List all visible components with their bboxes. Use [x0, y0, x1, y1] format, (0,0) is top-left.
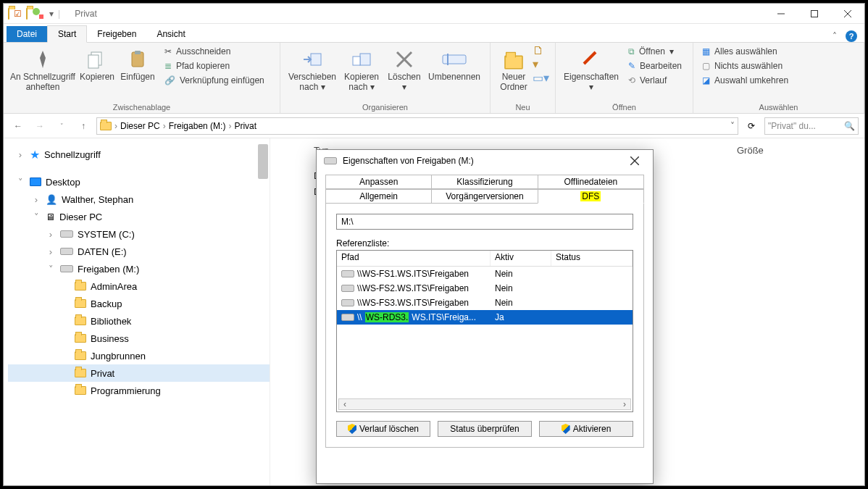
easy-access-icon[interactable]: ▭▾: [533, 71, 549, 85]
group-open-label: Öffnen: [562, 101, 687, 113]
breadcrumb[interactable]: › Dieser PC› Freigaben (M:)› Privat ˅: [96, 117, 738, 135]
pin-quickaccess-button[interactable]: An Schnellzugriff anheften: [9, 44, 76, 92]
open-button[interactable]: ⧉Öffnen ▾: [625, 44, 685, 59]
recent-locations-button[interactable]: ˅: [53, 117, 70, 135]
qat-checkbox-icon[interactable]: ☑: [14, 9, 22, 19]
window-title: Privat: [64, 9, 764, 19]
copy-path-button[interactable]: ≣Pfad kopieren: [162, 59, 267, 73]
reference-list-hscroll[interactable]: ‹ ›: [338, 398, 631, 410]
qat-folder-icon[interactable]: [8, 9, 9, 19]
dialog-tab-vorgaenger[interactable]: Vorgängerversionen: [431, 189, 538, 204]
tab-share[interactable]: Freigeben: [87, 26, 146, 42]
paste-button[interactable]: Einfügen: [118, 44, 157, 82]
reference-list-header[interactable]: Pfad Aktiv Status: [337, 251, 633, 267]
tree-quickaccess[interactable]: ›★Schnellzugriff: [8, 146, 270, 163]
ribbon: An Schnellzugriff anheften Kopieren Einf…: [4, 43, 864, 114]
dialog-titlebar[interactable]: Eigenschaften von Freigaben (M:): [317, 150, 653, 172]
tab-file[interactable]: Datei: [7, 26, 47, 42]
tree-label: Privat: [91, 368, 114, 379]
tree-user[interactable]: ›👤Walther, Stephan: [8, 191, 270, 208]
tree-volume-m[interactable]: ˅Freigaben (M:): [8, 260, 270, 277]
reference-row[interactable]: \\WS-FS2.WS.ITS\FreigabenNein: [337, 281, 633, 296]
dialog-tab-klassifizierung[interactable]: Klassifizierung: [431, 175, 538, 189]
tree-volume-e[interactable]: ›DATEN (E:): [8, 243, 270, 260]
select-all-icon: ▦: [702, 46, 710, 57]
nav-tree[interactable]: ›★Schnellzugriff ˅Desktop ›👤Walther, Ste…: [4, 138, 270, 485]
edit-label: Bearbeiten: [640, 61, 682, 71]
clear-history-button[interactable]: Verlauf löschen: [336, 421, 430, 437]
dialog-close-button[interactable]: [624, 150, 646, 172]
check-status-button[interactable]: Status überprüfen: [438, 421, 532, 437]
new-item-icon[interactable]: 🗋▾: [533, 44, 549, 71]
tab-view[interactable]: Ansicht: [146, 26, 195, 42]
history-button[interactable]: ⟲Verlauf: [625, 73, 685, 88]
close-button[interactable]: [831, 4, 864, 24]
delete-button[interactable]: Löschen ▾: [385, 44, 424, 92]
tree-thispc[interactable]: ˅🖥Dieser PC: [8, 208, 270, 225]
maximize-button[interactable]: [798, 4, 831, 24]
col-status[interactable]: Status: [551, 251, 633, 266]
tree-volume-c[interactable]: ›SYSTEM (C:): [8, 225, 270, 243]
tree-folder[interactable]: Business: [8, 330, 270, 347]
back-button[interactable]: ←: [9, 117, 27, 135]
move-to-button[interactable]: Verschieben nach ▾: [286, 44, 338, 92]
properties-button[interactable]: Eigenschaften ▾: [562, 44, 621, 92]
breadcrumb-part[interactable]: Dieser PC›: [120, 121, 166, 131]
dialog-tab-dfs[interactable]: DFS: [538, 189, 644, 204]
tree-scrollbar[interactable]: [258, 144, 268, 179]
scroll-left-icon[interactable]: ‹: [339, 399, 351, 409]
dialog-tab-anpassen[interactable]: Anpassen: [325, 175, 432, 189]
group-new-label: Neu: [496, 101, 549, 113]
copy-to-button[interactable]: Kopieren nach ▾: [340, 44, 383, 92]
forward-button[interactable]: →: [31, 117, 49, 135]
select-none-button[interactable]: ▢Nichts auswählen: [699, 59, 791, 73]
reference-row[interactable]: \\WS-RDS3.WS.ITS\Freiga...Ja: [337, 310, 633, 325]
edit-button[interactable]: ✎Bearbeiten: [625, 59, 685, 73]
help-icon[interactable]: ?: [846, 30, 857, 42]
copy-button[interactable]: Kopieren: [78, 44, 117, 82]
ref-path-cell: \\WS-RDS3.WS.ITS\Freiga...: [337, 312, 491, 322]
scroll-right-icon[interactable]: ›: [619, 399, 630, 409]
tree-desktop[interactable]: ˅Desktop: [8, 173, 270, 191]
tab-start[interactable]: Start: [47, 25, 87, 43]
invert-selection-button[interactable]: ◪Auswahl umkehren: [699, 73, 791, 88]
dialog-tab-offlinedateien[interactable]: Offlinedateien: [538, 175, 644, 189]
tree-folder[interactable]: Programmierung: [8, 382, 270, 399]
activate-button[interactable]: Aktivieren: [539, 421, 633, 437]
cut-button[interactable]: ✂Ausschneiden: [162, 44, 267, 59]
reference-row[interactable]: \\WS-FS3.WS.ITS\FreigabenNein: [337, 296, 633, 310]
qat-folder2-icon[interactable]: [26, 9, 28, 19]
dialog-tab-allgemein[interactable]: Allgemein: [325, 189, 432, 204]
rename-label: Umbenennen: [425, 72, 483, 82]
tree-folder[interactable]: Bibliothek: [8, 312, 270, 330]
reference-row[interactable]: \\WS-FS1.WS.ITS\FreigabenNein: [337, 267, 633, 281]
search-input[interactable]: "Privat" du... 🔍: [764, 117, 859, 135]
column-size[interactable]: Größe: [737, 145, 764, 156]
refresh-button[interactable]: ⟳: [743, 117, 760, 135]
delete-label: Löschen: [388, 72, 420, 82]
rename-button[interactable]: Umbenennen: [425, 44, 483, 82]
invert-label: Auswahl umkehren: [714, 75, 788, 85]
breadcrumb-dropdown-icon[interactable]: ˅: [730, 121, 735, 131]
col-path[interactable]: Pfad: [337, 251, 491, 266]
tree-folder[interactable]: AdminArea: [8, 277, 270, 295]
qat-new-icon[interactable]: [32, 7, 45, 20]
breadcrumb-part[interactable]: Freigaben (M:)›: [169, 121, 232, 131]
dfs-path-input[interactable]: M:\: [336, 214, 633, 230]
new-folder-button[interactable]: Neuer Ordner: [496, 44, 531, 92]
up-button[interactable]: ↑: [75, 117, 92, 135]
reference-list[interactable]: Pfad Aktiv Status \\WS-FS1.WS.ITS\Freiga…: [336, 250, 633, 412]
minimize-button[interactable]: [764, 4, 798, 24]
folder-icon: [75, 351, 86, 360]
breadcrumb-part[interactable]: Privat: [234, 121, 256, 131]
tree-folder-selected[interactable]: Privat: [8, 364, 270, 382]
paste-link-button[interactable]: 🔗Verknüpfung einfügen: [162, 73, 267, 88]
col-active[interactable]: Aktiv: [491, 251, 551, 266]
select-all-button[interactable]: ▦Alles auswählen: [699, 44, 791, 59]
tree-label: SYSTEM (C:): [78, 229, 135, 240]
tree-folder[interactable]: Backup: [8, 295, 270, 312]
copy-label: Kopieren: [78, 72, 117, 82]
qat-dropdown-icon[interactable]: ▾: [49, 9, 54, 19]
ribbon-collapse-icon[interactable]: ˄: [832, 31, 837, 41]
tree-folder[interactable]: Jungbrunnen: [8, 347, 270, 364]
